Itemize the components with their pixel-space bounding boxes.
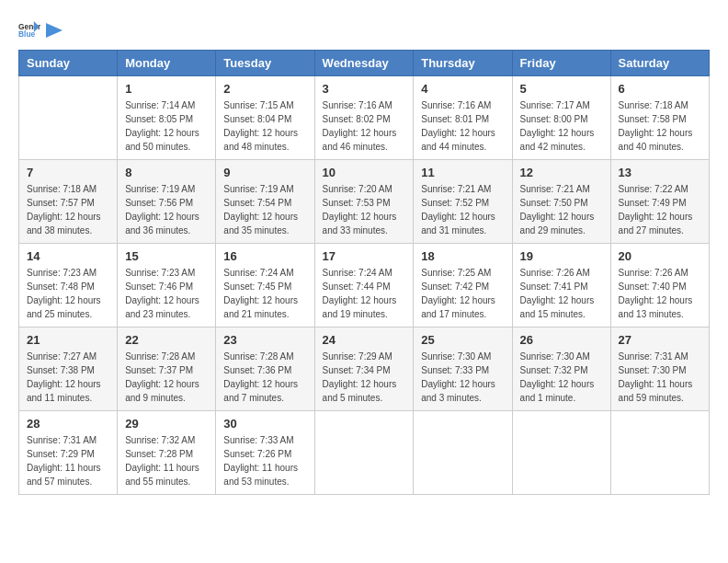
day-number: 15 bbox=[125, 249, 208, 263]
day-number: 4 bbox=[421, 82, 504, 96]
calendar-week-row: 28Sunrise: 7:31 AM Sunset: 7:29 PM Dayli… bbox=[19, 411, 710, 495]
day-info: Sunrise: 7:24 AM Sunset: 7:45 PM Dayligh… bbox=[223, 266, 306, 321]
calendar-cell bbox=[512, 411, 610, 495]
day-number: 26 bbox=[520, 333, 603, 347]
calendar-cell bbox=[414, 411, 512, 495]
calendar-cell: 26Sunrise: 7:30 AM Sunset: 7:32 PM Dayli… bbox=[512, 327, 610, 411]
calendar-day-header: Thursday bbox=[414, 51, 512, 76]
day-number: 2 bbox=[223, 82, 306, 96]
day-number: 12 bbox=[520, 166, 603, 179]
svg-text:Blue: Blue bbox=[18, 29, 36, 39]
day-info: Sunrise: 7:26 AM Sunset: 7:40 PM Dayligh… bbox=[619, 266, 701, 321]
day-info: Sunrise: 7:19 AM Sunset: 7:54 PM Dayligh… bbox=[223, 182, 306, 237]
calendar-cell: 20Sunrise: 7:26 AM Sunset: 7:40 PM Dayli… bbox=[610, 244, 709, 327]
day-info: Sunrise: 7:23 AM Sunset: 7:48 PM Dayligh… bbox=[27, 266, 109, 321]
calendar-cell: 15Sunrise: 7:23 AM Sunset: 7:46 PM Dayli… bbox=[118, 244, 216, 327]
calendar-cell bbox=[610, 411, 709, 495]
calendar-day-header: Saturday bbox=[610, 51, 709, 76]
day-info: Sunrise: 7:33 AM Sunset: 7:26 PM Dayligh… bbox=[223, 433, 306, 488]
day-info: Sunrise: 7:32 AM Sunset: 7:28 PM Dayligh… bbox=[125, 433, 208, 488]
day-number: 7 bbox=[27, 166, 109, 179]
day-info: Sunrise: 7:21 AM Sunset: 7:50 PM Dayligh… bbox=[520, 182, 603, 237]
calendar-cell: 7Sunrise: 7:18 AM Sunset: 7:57 PM Daylig… bbox=[19, 160, 118, 244]
calendar-table: SundayMondayTuesdayWednesdayThursdayFrid… bbox=[18, 50, 710, 495]
calendar-cell bbox=[19, 76, 118, 160]
day-info: Sunrise: 7:19 AM Sunset: 7:56 PM Dayligh… bbox=[125, 182, 208, 237]
calendar-week-row: 21Sunrise: 7:27 AM Sunset: 7:38 PM Dayli… bbox=[19, 327, 710, 411]
calendar-day-header: Friday bbox=[512, 51, 610, 76]
calendar-day-header: Monday bbox=[118, 51, 216, 76]
calendar-cell: 18Sunrise: 7:25 AM Sunset: 7:42 PM Dayli… bbox=[414, 244, 512, 327]
calendar-header-row: SundayMondayTuesdayWednesdayThursdayFrid… bbox=[19, 51, 710, 76]
calendar-cell: 4Sunrise: 7:16 AM Sunset: 8:01 PM Daylig… bbox=[414, 76, 512, 160]
calendar-cell: 22Sunrise: 7:28 AM Sunset: 7:37 PM Dayli… bbox=[118, 327, 216, 411]
calendar-cell: 14Sunrise: 7:23 AM Sunset: 7:48 PM Dayli… bbox=[19, 244, 118, 327]
day-number: 30 bbox=[223, 417, 306, 431]
calendar-cell: 2Sunrise: 7:15 AM Sunset: 8:04 PM Daylig… bbox=[216, 76, 314, 160]
day-number: 5 bbox=[520, 82, 603, 96]
day-info: Sunrise: 7:15 AM Sunset: 8:04 PM Dayligh… bbox=[223, 98, 306, 154]
svg-marker-3 bbox=[46, 23, 63, 38]
calendar-cell: 12Sunrise: 7:21 AM Sunset: 7:50 PM Dayli… bbox=[512, 160, 610, 244]
day-number: 10 bbox=[323, 166, 406, 179]
day-info: Sunrise: 7:18 AM Sunset: 7:58 PM Dayligh… bbox=[619, 98, 701, 154]
day-number: 16 bbox=[223, 249, 306, 263]
calendar-cell: 28Sunrise: 7:31 AM Sunset: 7:29 PM Dayli… bbox=[19, 411, 118, 495]
calendar-cell bbox=[314, 411, 414, 495]
day-info: Sunrise: 7:28 AM Sunset: 7:37 PM Dayligh… bbox=[125, 350, 208, 405]
day-info: Sunrise: 7:22 AM Sunset: 7:49 PM Dayligh… bbox=[619, 182, 701, 237]
day-info: Sunrise: 7:23 AM Sunset: 7:46 PM Dayligh… bbox=[125, 266, 208, 321]
day-number: 9 bbox=[223, 166, 306, 179]
calendar-day-header: Sunday bbox=[19, 51, 118, 76]
calendar-cell: 29Sunrise: 7:32 AM Sunset: 7:28 PM Dayli… bbox=[118, 411, 216, 495]
calendar-cell: 19Sunrise: 7:26 AM Sunset: 7:41 PM Dayli… bbox=[512, 244, 610, 327]
day-info: Sunrise: 7:20 AM Sunset: 7:53 PM Dayligh… bbox=[323, 182, 406, 237]
calendar-cell: 21Sunrise: 7:27 AM Sunset: 7:38 PM Dayli… bbox=[19, 327, 118, 411]
day-number: 25 bbox=[421, 333, 504, 347]
day-number: 23 bbox=[223, 333, 306, 347]
calendar-cell: 30Sunrise: 7:33 AM Sunset: 7:26 PM Dayli… bbox=[216, 411, 314, 495]
calendar-cell: 10Sunrise: 7:20 AM Sunset: 7:53 PM Dayli… bbox=[314, 160, 414, 244]
calendar-cell: 3Sunrise: 7:16 AM Sunset: 8:02 PM Daylig… bbox=[314, 76, 414, 160]
calendar-cell: 17Sunrise: 7:24 AM Sunset: 7:44 PM Dayli… bbox=[314, 244, 414, 327]
calendar-cell: 25Sunrise: 7:30 AM Sunset: 7:33 PM Dayli… bbox=[414, 327, 512, 411]
day-number: 20 bbox=[619, 249, 701, 263]
day-info: Sunrise: 7:31 AM Sunset: 7:30 PM Dayligh… bbox=[619, 350, 701, 405]
calendar-week-row: 7Sunrise: 7:18 AM Sunset: 7:57 PM Daylig… bbox=[19, 160, 710, 244]
calendar-cell: 5Sunrise: 7:17 AM Sunset: 8:00 PM Daylig… bbox=[512, 76, 610, 160]
calendar-day-header: Wednesday bbox=[314, 51, 414, 76]
day-info: Sunrise: 7:26 AM Sunset: 7:41 PM Dayligh… bbox=[520, 266, 603, 321]
calendar-cell: 8Sunrise: 7:19 AM Sunset: 7:56 PM Daylig… bbox=[118, 160, 216, 244]
day-number: 21 bbox=[27, 333, 109, 347]
day-info: Sunrise: 7:25 AM Sunset: 7:42 PM Dayligh… bbox=[421, 266, 504, 321]
calendar-cell: 16Sunrise: 7:24 AM Sunset: 7:45 PM Dayli… bbox=[216, 244, 314, 327]
day-number: 19 bbox=[520, 249, 603, 263]
day-info: Sunrise: 7:21 AM Sunset: 7:52 PM Dayligh… bbox=[421, 182, 504, 237]
day-number: 22 bbox=[125, 333, 208, 347]
logo-arrow-icon bbox=[46, 23, 63, 38]
page-header: General Blue bbox=[18, 18, 710, 40]
day-number: 18 bbox=[421, 249, 504, 263]
calendar-cell: 11Sunrise: 7:21 AM Sunset: 7:52 PM Dayli… bbox=[414, 160, 512, 244]
day-info: Sunrise: 7:30 AM Sunset: 7:33 PM Dayligh… bbox=[421, 350, 504, 405]
day-info: Sunrise: 7:24 AM Sunset: 7:44 PM Dayligh… bbox=[323, 266, 406, 321]
day-info: Sunrise: 7:27 AM Sunset: 7:38 PM Dayligh… bbox=[27, 350, 109, 405]
calendar-cell: 6Sunrise: 7:18 AM Sunset: 7:58 PM Daylig… bbox=[610, 76, 709, 160]
logo: General Blue bbox=[18, 18, 63, 40]
day-info: Sunrise: 7:14 AM Sunset: 8:05 PM Dayligh… bbox=[125, 98, 208, 154]
day-number: 13 bbox=[619, 166, 701, 179]
day-info: Sunrise: 7:16 AM Sunset: 8:02 PM Dayligh… bbox=[323, 98, 406, 154]
calendar-cell: 13Sunrise: 7:22 AM Sunset: 7:49 PM Dayli… bbox=[610, 160, 709, 244]
calendar-week-row: 1Sunrise: 7:14 AM Sunset: 8:05 PM Daylig… bbox=[19, 76, 710, 160]
day-number: 27 bbox=[619, 333, 701, 347]
calendar-cell: 24Sunrise: 7:29 AM Sunset: 7:34 PM Dayli… bbox=[314, 327, 414, 411]
day-number: 1 bbox=[125, 82, 208, 96]
day-info: Sunrise: 7:30 AM Sunset: 7:32 PM Dayligh… bbox=[520, 350, 603, 405]
day-number: 8 bbox=[125, 166, 208, 179]
day-number: 24 bbox=[323, 333, 406, 347]
day-number: 3 bbox=[323, 82, 406, 96]
day-number: 29 bbox=[125, 417, 208, 431]
logo-icon: General Blue bbox=[18, 18, 40, 40]
day-info: Sunrise: 7:18 AM Sunset: 7:57 PM Dayligh… bbox=[27, 182, 109, 237]
day-info: Sunrise: 7:31 AM Sunset: 7:29 PM Dayligh… bbox=[27, 433, 109, 488]
